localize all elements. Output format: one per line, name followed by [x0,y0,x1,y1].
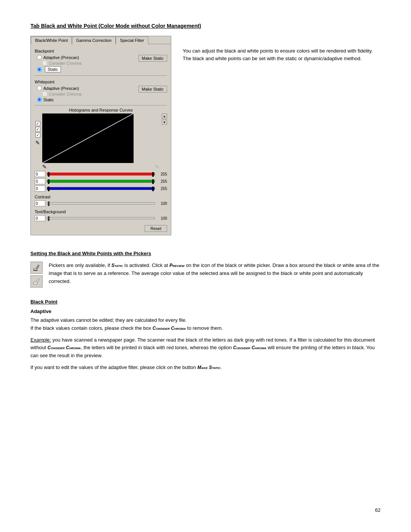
red-thumb-right [152,172,154,177]
wp-make-static-container: Make Static [139,78,167,93]
green-slider-track[interactable] [47,180,155,183]
green-fill [47,180,155,182]
red-slider-track[interactable] [47,173,155,176]
bp-static-radio[interactable] [37,67,42,72]
green-thumb-left [48,179,49,184]
histogram-label: Histograms and Response Curves [35,108,167,112]
blue-thumb-left [48,187,49,191]
green-max-value: 255 [156,179,167,184]
text-bg-slider-row: 0 100 [35,215,167,221]
wp-adaptive-radio[interactable] [37,86,42,91]
dialog-panel: Black/White Point Gamma Correction Speci… [30,36,171,235]
blue-slider-track[interactable] [47,187,155,190]
picker-icon-black [30,262,43,274]
wp-consider-chroma-label: Consider Chroma [49,92,81,96]
green-min-input[interactable]: 0 [35,178,45,184]
histogram-main [42,113,134,163]
picker-icons [30,262,43,288]
contrast-thumb [48,201,49,206]
wp-adaptive-row: Adaptive (Prescan) [37,86,139,91]
picker-icon-white [30,275,43,288]
tab-bar: Black/White Point Gamma Correction Speci… [31,36,171,44]
green-checkbox[interactable]: ✓ [35,127,40,132]
black-point-section: Black Point Adaptive The adaptive values… [30,299,381,372]
description-col: You can adjust the black and white point… [183,36,381,235]
histogram-left: ✓ ✓ ✓ ✎ [35,113,41,146]
bp-title: Black Point [30,299,381,305]
bottom-spacer [30,375,381,398]
contrast-slider-track[interactable] [47,202,155,204]
contrast-section: Contrast 0 100 [35,195,167,206]
pickers-layout: Pickers are only available, if Static is… [30,262,381,288]
red-min-input[interactable]: 0 [35,171,45,177]
pen-icon-left[interactable]: ✎ [42,164,47,170]
blackpoint-group: Blackpoint Adaptive (Prescan) Consider C… [35,47,167,73]
green-slider-row: 0 255 [35,178,167,184]
pen-icon-right[interactable]: ✎ [155,164,159,170]
preview-label-1: Preview [169,263,185,268]
picker-pen-svg-2 [33,278,40,285]
top-layout: Black/White Point Gamma Correction Speci… [30,36,381,235]
histogram-container: ✓ ✓ ✓ ✎ [35,113,167,170]
picker-text: Pickers are only available, if Static is… [49,262,381,285]
body-text-1: The adaptive values cannot be edited; th… [30,316,381,332]
histogram-scrollbar: ▲ ▼ [161,113,167,125]
bp-make-static-btn[interactable]: Make Static [139,55,167,62]
scroll-up-btn[interactable]: ▲ [162,113,167,119]
bp-consider-chroma-label: Consider Chroma [49,61,81,66]
svg-line-0 [42,113,134,163]
contrast-min-input[interactable]: 0 [35,200,45,206]
tab-black-white-point[interactable]: Black/White Point [31,37,72,44]
page-number: 62 [375,507,381,513]
bp-adaptive-radio[interactable] [37,55,42,60]
divider-2 [35,105,167,105]
blue-min-input[interactable]: 0 [35,185,45,192]
description-text: You can adjust the black and white point… [183,47,381,62]
wp-static-radio[interactable] [37,97,42,102]
whitepoint-left: Whitepoint Adaptive (Prescan) Consider C… [35,78,139,103]
setting-title: Setting the Black and White Points with … [30,251,381,256]
reset-btn-row: Reset [35,225,167,232]
histogram-canvas: ✎ ✎ [42,113,159,170]
adaptive-title: Adaptive [30,308,381,314]
static-label-1: Static [112,263,123,268]
blackpoint-left: Blackpoint Adaptive (Prescan) Consider C… [35,47,139,73]
wp-adaptive-label: Adaptive (Prescan) [43,86,79,91]
body1-text: The adaptive values cannot be edited; th… [30,317,186,323]
svg-marker-2 [36,265,40,269]
tab-special-filter[interactable]: Special Filter [116,37,148,44]
wp-make-static-btn[interactable]: Make Static [139,86,167,93]
wp-consider-chroma-check[interactable] [42,91,47,96]
wp-consider-chroma-row: Consider Chroma [42,91,139,96]
scroll-down-btn[interactable]: ▼ [162,120,167,125]
blue-slider-row: 0 255 [35,185,167,192]
svg-marker-5 [36,278,40,283]
reset-btn[interactable]: Reset [145,225,167,232]
bp-static-label: Static [45,66,61,72]
blue-thumb-right [152,187,154,191]
text-bg-label: Text/Background [35,209,167,214]
text-bg-slider-track[interactable] [47,217,155,219]
body-text-3: If you want to edit the values of the ad… [30,364,381,372]
bp-adaptive-row: Adaptive (Prescan) [37,55,139,60]
consider-chroma-label-3: Consider Chroma [48,345,81,350]
whitepoint-group: Whitepoint Adaptive (Prescan) Consider C… [35,78,167,103]
blue-fill [47,187,155,190]
text-bg-max-value: 100 [156,216,167,220]
histogram-section: Histograms and Response Curves ✓ ✓ ✓ ✎ [35,108,167,192]
contrast-slider-row: 0 100 [35,200,167,206]
blue-checkbox[interactable]: ✓ [35,133,40,137]
pen-icon-black[interactable]: ✎ [35,140,41,146]
picker-pen-svg-1 [33,264,40,272]
consider-chroma-label-2: Consider Chroma [153,326,186,331]
red-checkbox[interactable]: ✓ [35,121,40,126]
text-bg-min-input[interactable]: 0 [35,215,45,221]
red-max-value: 255 [156,172,167,176]
bp-consider-chroma-check[interactable] [42,61,47,66]
text-bg-thumb [48,216,49,221]
wp-static-row: Static [37,97,139,102]
red-fill [47,173,155,175]
tab-gamma-correction[interactable]: Gamma Correction [72,37,116,44]
red-thumb-left [48,172,49,177]
pen-icon-row: ✎ ✎ [42,164,159,170]
